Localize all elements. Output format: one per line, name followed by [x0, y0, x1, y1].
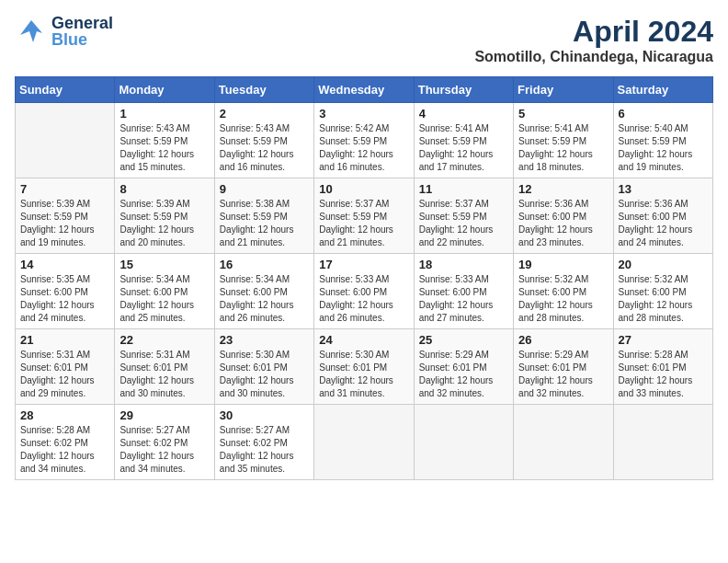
calendar-cell: 21Sunrise: 5:31 AM Sunset: 6:01 PM Dayli…	[16, 329, 115, 405]
day-info: Sunrise: 5:30 AM Sunset: 6:01 PM Dayligh…	[220, 349, 309, 400]
day-number: 4	[419, 107, 508, 121]
day-number: 18	[419, 258, 508, 271]
calendar-cell: 9Sunrise: 5:38 AM Sunset: 5:59 PM Daylig…	[214, 178, 313, 254]
calendar-cell: 14Sunrise: 5:35 AM Sunset: 6:00 PM Dayli…	[16, 254, 115, 329]
day-number: 14	[20, 258, 109, 271]
day-info: Sunrise: 5:36 AM Sunset: 6:00 PM Dayligh…	[518, 198, 608, 249]
week-row-3: 14Sunrise: 5:35 AM Sunset: 6:00 PM Dayli…	[16, 254, 713, 329]
day-number: 10	[319, 182, 408, 196]
calendar-cell: 23Sunrise: 5:30 AM Sunset: 6:01 PM Dayli…	[214, 329, 313, 405]
day-number: 8	[119, 182, 209, 196]
day-number: 30	[220, 408, 309, 422]
day-number: 1	[119, 107, 209, 121]
day-number: 15	[119, 258, 209, 271]
day-number: 16	[220, 258, 309, 271]
day-number: 13	[619, 182, 708, 196]
calendar-cell: 2Sunrise: 5:43 AM Sunset: 5:59 PM Daylig…	[214, 103, 313, 178]
calendar-cell: 19Sunrise: 5:32 AM Sunset: 6:00 PM Dayli…	[514, 254, 613, 329]
calendar-cell: 11Sunrise: 5:37 AM Sunset: 5:59 PM Dayli…	[414, 178, 513, 254]
title-section: April 2024 Somotillo, Chinandega, Nicara…	[474, 15, 713, 65]
day-info: Sunrise: 5:39 AM Sunset: 5:59 PM Dayligh…	[20, 198, 109, 249]
week-row-1: 1Sunrise: 5:43 AM Sunset: 5:59 PM Daylig…	[16, 103, 713, 178]
calendar-cell: 10Sunrise: 5:37 AM Sunset: 5:59 PM Dayli…	[314, 178, 414, 254]
day-info: Sunrise: 5:38 AM Sunset: 5:59 PM Dayligh…	[220, 198, 309, 249]
calendar-cell: 22Sunrise: 5:31 AM Sunset: 6:01 PM Dayli…	[115, 329, 214, 405]
day-info: Sunrise: 5:43 AM Sunset: 5:59 PM Dayligh…	[119, 122, 209, 174]
day-number: 2	[220, 107, 309, 121]
day-number: 7	[20, 182, 109, 196]
day-info: Sunrise: 5:36 AM Sunset: 6:00 PM Dayligh…	[619, 198, 708, 249]
day-info: Sunrise: 5:27 AM Sunset: 6:02 PM Dayligh…	[119, 424, 209, 476]
day-number: 22	[119, 333, 209, 347]
calendar-cell: 20Sunrise: 5:32 AM Sunset: 6:00 PM Dayli…	[613, 254, 712, 329]
day-number: 20	[619, 258, 708, 271]
day-info: Sunrise: 5:34 AM Sunset: 6:00 PM Dayligh…	[220, 273, 309, 325]
calendar-cell: 8Sunrise: 5:39 AM Sunset: 5:59 PM Daylig…	[115, 178, 214, 254]
day-number: 5	[518, 107, 608, 121]
calendar-cell: 18Sunrise: 5:33 AM Sunset: 6:00 PM Dayli…	[414, 254, 513, 329]
day-info: Sunrise: 5:29 AM Sunset: 6:01 PM Dayligh…	[419, 349, 508, 400]
calendar-cell: 4Sunrise: 5:41 AM Sunset: 5:59 PM Daylig…	[414, 103, 513, 178]
day-number: 24	[319, 333, 408, 347]
calendar-cell	[414, 405, 513, 480]
day-info: Sunrise: 5:33 AM Sunset: 6:00 PM Dayligh…	[319, 273, 408, 325]
logo: General Blue	[15, 15, 113, 48]
day-info: Sunrise: 5:33 AM Sunset: 6:00 PM Dayligh…	[419, 273, 508, 325]
col-thursday: Thursday	[414, 77, 513, 103]
day-info: Sunrise: 5:32 AM Sunset: 6:00 PM Dayligh…	[518, 273, 608, 325]
calendar-cell	[16, 103, 115, 178]
header: General Blue April 2024 Somotillo, China…	[15, 15, 713, 65]
svg-marker-0	[20, 20, 42, 42]
calendar-cell: 1Sunrise: 5:43 AM Sunset: 5:59 PM Daylig…	[115, 103, 214, 178]
day-number: 19	[518, 258, 608, 271]
calendar-cell: 29Sunrise: 5:27 AM Sunset: 6:02 PM Dayli…	[115, 405, 214, 480]
day-number: 6	[619, 107, 708, 121]
col-wednesday: Wednesday	[314, 77, 414, 103]
day-info: Sunrise: 5:27 AM Sunset: 6:02 PM Dayligh…	[220, 424, 309, 476]
day-info: Sunrise: 5:31 AM Sunset: 6:01 PM Dayligh…	[20, 349, 109, 400]
day-number: 26	[518, 333, 608, 347]
calendar-table: Sunday Monday Tuesday Wednesday Thursday…	[15, 76, 713, 480]
day-info: Sunrise: 5:35 AM Sunset: 6:00 PM Dayligh…	[20, 273, 109, 325]
logo-text: General Blue	[51, 15, 113, 48]
calendar-cell: 13Sunrise: 5:36 AM Sunset: 6:00 PM Dayli…	[613, 178, 712, 254]
day-number: 11	[419, 182, 508, 196]
day-number: 25	[419, 333, 508, 347]
logo-general-text: General	[51, 15, 113, 31]
calendar-cell: 25Sunrise: 5:29 AM Sunset: 6:01 PM Dayli…	[414, 329, 513, 405]
calendar-cell: 28Sunrise: 5:28 AM Sunset: 6:02 PM Dayli…	[16, 405, 115, 480]
day-info: Sunrise: 5:41 AM Sunset: 5:59 PM Dayligh…	[518, 122, 608, 174]
day-info: Sunrise: 5:31 AM Sunset: 6:01 PM Dayligh…	[119, 349, 209, 400]
col-friday: Friday	[514, 77, 613, 103]
day-number: 9	[220, 182, 309, 196]
logo-blue-text: Blue	[51, 31, 113, 48]
day-info: Sunrise: 5:37 AM Sunset: 5:59 PM Dayligh…	[319, 198, 408, 249]
day-info: Sunrise: 5:42 AM Sunset: 5:59 PM Dayligh…	[319, 122, 408, 174]
day-info: Sunrise: 5:34 AM Sunset: 6:00 PM Dayligh…	[119, 273, 209, 325]
week-row-2: 7Sunrise: 5:39 AM Sunset: 5:59 PM Daylig…	[16, 178, 713, 254]
calendar-cell	[514, 405, 613, 480]
day-info: Sunrise: 5:28 AM Sunset: 6:02 PM Dayligh…	[20, 424, 109, 476]
day-number: 17	[319, 258, 408, 271]
day-info: Sunrise: 5:41 AM Sunset: 5:59 PM Dayligh…	[419, 122, 508, 174]
day-number: 28	[20, 408, 109, 422]
day-number: 27	[619, 333, 708, 347]
calendar-cell: 26Sunrise: 5:29 AM Sunset: 6:01 PM Dayli…	[514, 329, 613, 405]
day-number: 3	[319, 107, 408, 121]
calendar-cell	[613, 405, 712, 480]
day-number: 12	[518, 182, 608, 196]
calendar-cell: 12Sunrise: 5:36 AM Sunset: 6:00 PM Dayli…	[514, 178, 613, 254]
day-info: Sunrise: 5:43 AM Sunset: 5:59 PM Dayligh…	[220, 122, 309, 174]
day-info: Sunrise: 5:32 AM Sunset: 6:00 PM Dayligh…	[619, 273, 708, 325]
calendar-cell: 5Sunrise: 5:41 AM Sunset: 5:59 PM Daylig…	[514, 103, 613, 178]
calendar-subtitle: Somotillo, Chinandega, Nicaragua	[474, 49, 713, 65]
col-tuesday: Tuesday	[214, 77, 313, 103]
calendar-cell: 16Sunrise: 5:34 AM Sunset: 6:00 PM Dayli…	[214, 254, 313, 329]
logo-bird-icon	[15, 15, 48, 48]
col-saturday: Saturday	[613, 77, 712, 103]
calendar-cell: 24Sunrise: 5:30 AM Sunset: 6:01 PM Dayli…	[314, 329, 414, 405]
calendar-cell: 27Sunrise: 5:28 AM Sunset: 6:01 PM Dayli…	[613, 329, 712, 405]
calendar-cell	[314, 405, 414, 480]
calendar-cell: 7Sunrise: 5:39 AM Sunset: 5:59 PM Daylig…	[16, 178, 115, 254]
day-number: 29	[119, 408, 209, 422]
